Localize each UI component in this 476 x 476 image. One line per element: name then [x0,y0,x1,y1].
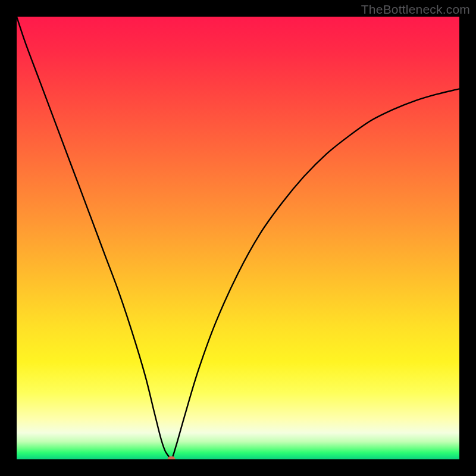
curve-path [17,17,459,459]
chart-frame: TheBottleneck.com [0,0,476,476]
watermark-text: TheBottleneck.com [361,2,470,17]
minimum-marker [168,456,176,459]
plot-area [17,17,459,459]
bottleneck-curve [17,17,459,459]
